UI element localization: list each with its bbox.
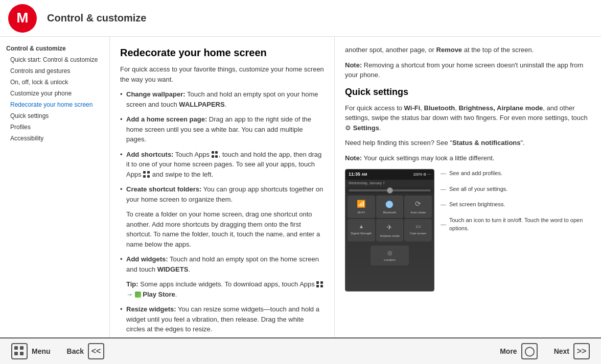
sidebar-item-profiles[interactable]: Profiles (4, 122, 105, 133)
qs-tile-location: ◎ Location (371, 246, 408, 266)
more-label: More (500, 347, 517, 355)
wallpaper-bold: Change wallpaper: (126, 90, 186, 98)
rotate-icon: ⟳ (415, 199, 421, 209)
bullet-list: Change wallpaper: Touch and hold an empt… (120, 89, 324, 204)
footer: Menu Back << More ◯ Next >> (0, 337, 601, 364)
apps-icon-inline1 (212, 151, 219, 158)
qs-tile-signal: ▲ Signal Strength (348, 219, 375, 241)
list-item-shortcuts: Add shortcuts: Touch Apps , touch and ho… (120, 150, 324, 180)
qs-label-brightness: Set screen brightness. (441, 200, 591, 209)
qs-diagram: 11:35 AM 100% ⚙ ⋯ Wednesday, January 7 📶 (345, 169, 591, 292)
apps-grid-icon (14, 346, 25, 356)
apps-dot-4 (20, 352, 24, 355)
signal-label: Signal Strength (351, 231, 372, 236)
resize-bold: Resize widgets: (126, 305, 176, 313)
bullet-list-3: Resize widgets: You can resize some widg… (120, 304, 324, 337)
sidebar-item-redecorate[interactable]: Redecorate your home screen (4, 99, 105, 110)
section-title: Redecorate your home screen (120, 45, 324, 60)
list-item-add-page: Add a home screen page: Drag an app to t… (120, 114, 324, 144)
menu-icon (11, 343, 28, 359)
next-button[interactable]: Next >> (549, 343, 595, 360)
footer-right: More ◯ Next >> (495, 343, 595, 360)
widgets-tip: Tip: Some apps include widgets. To downl… (120, 279, 324, 299)
qs-battery: 100% ⚙ ⋯ (413, 172, 431, 178)
qs-brightness (345, 187, 434, 193)
qs-status-bar: 11:35 AM 100% ⚙ ⋯ (345, 169, 434, 180)
motorola-logo: M (8, 4, 37, 33)
back-label: Back (67, 347, 84, 355)
signal-icon: ▲ (358, 222, 364, 231)
sidebar-item-accessibility[interactable]: Accessibility (4, 133, 105, 144)
qs-label-settings: See all of your settings. (441, 185, 591, 193)
sidebar: Control & customize Quick start: Control… (0, 37, 110, 337)
bt-label: Bluetooth (383, 210, 396, 215)
apps-dot-3 (14, 352, 18, 355)
airplane-label: Airplane mode (380, 234, 400, 238)
bt-icon: ⬤ (385, 199, 394, 209)
qs-grid: 📶 Wi-Fi ⬤ Bluetooth ⟳ Auto-rotate ▲ (345, 193, 434, 244)
left-panel: Redecorate your home screen For quick ac… (110, 37, 335, 337)
svg-text:M: M (16, 10, 28, 26)
widgets-bold: Add widgets: (126, 255, 168, 263)
list-item-widgets: Add widgets: Touch and hold an empty spo… (120, 254, 324, 274)
airplane-icon: ✈ (386, 222, 392, 233)
intro-text: For quick access to your favorite things… (120, 64, 324, 84)
qs-help: Need help finding this screen? See "Stat… (345, 138, 591, 148)
apps-icon-inline2 (143, 171, 150, 178)
back-button[interactable]: Back << (62, 343, 109, 360)
menu-button[interactable]: Menu (6, 343, 56, 360)
sidebar-item-controls-gestures[interactable]: Controls and gestures (4, 65, 105, 77)
qs-location-row: ◎ Location (345, 244, 434, 267)
sidebar-item-quick-settings[interactable]: Quick settings (4, 110, 105, 122)
brightness-thumb (387, 187, 393, 193)
qs-title: Quick settings (345, 85, 591, 99)
sidebar-item-control-customize[interactable]: Control & customize (4, 43, 105, 54)
qs-screenshot: 11:35 AM 100% ⚙ ⋯ Wednesday, January 7 📶 (345, 169, 434, 292)
list-item-resize: Resize widgets: You can resize some widg… (120, 304, 324, 334)
qs-labels: See and add profiles. See all of your se… (434, 169, 591, 240)
more-icon: ◯ (521, 343, 538, 359)
rotate-label: Auto-rotate (410, 210, 426, 215)
sidebar-item-on-off-lock[interactable]: On, off, lock & unlock (4, 77, 105, 88)
back-icon: << (88, 343, 104, 359)
more-button[interactable]: More ◯ (495, 343, 542, 360)
location-icon: ◎ (387, 249, 392, 257)
content-area: Redecorate your home screen For quick ac… (110, 37, 601, 337)
qs-tile-bt: ⬤ Bluetooth (376, 196, 404, 218)
apps-icon-tip (316, 281, 323, 288)
list-item-wallpaper: Change wallpaper: Touch and hold an empt… (120, 89, 324, 109)
qs-time: 11:35 AM (349, 171, 367, 178)
brightness-track (349, 189, 431, 191)
qs-label-touch-icon: Touch an icon to turn it on/off. Touch t… (441, 216, 591, 233)
wifi-label: Wi-Fi (358, 210, 365, 215)
footer-left: Menu Back << (6, 343, 109, 360)
location-label: Location (384, 258, 396, 262)
header: M Control & customize (0, 0, 601, 37)
qs-note: Note: Your quick settings may look a lit… (345, 153, 591, 163)
qs-tile-wifi: 📶 Wi-Fi (348, 196, 375, 218)
play-store-icon (135, 292, 141, 298)
sidebar-item-customize-phone[interactable]: Customize your phone (4, 88, 105, 99)
shortcuts-bold: Add shortcuts: (126, 151, 173, 158)
menu-label: Menu (32, 347, 51, 355)
add-page-bold: Add a home screen page: (126, 115, 207, 123)
note1: Note: Removing a shortcut from your home… (345, 60, 591, 80)
cast-label: Cast screen (410, 231, 426, 236)
wifi-icon: 📶 (357, 199, 365, 209)
main-layout: Control & customize Quick start: Control… (0, 37, 601, 337)
cast-icon: ▭ (415, 222, 421, 231)
apps-dot-2 (20, 346, 24, 350)
bullet-list-2: Add widgets: Touch and hold an empty spo… (120, 254, 324, 274)
folders-sub-para: To create a folder on your home screen, … (120, 209, 324, 249)
header-title: Control & customize (47, 12, 146, 24)
qs-tile-cast: ▭ Cast screen (404, 219, 432, 241)
qs-label-profiles: See and add profiles. (441, 169, 591, 178)
qs-intro: For quick access to Wi-Fi, Bluetooth, Br… (345, 103, 591, 133)
sidebar-item-quick-start[interactable]: Quick start: Control & customize (4, 54, 105, 65)
apps-dot-1 (14, 346, 18, 350)
logo-svg: M (12, 8, 33, 29)
folders-bold: Create shortcut folders: (126, 185, 201, 193)
continuation-text: another spot, another page, or Remove at… (345, 45, 591, 55)
next-label: Next (554, 347, 569, 355)
list-item-folders: Create shortcut folders: You can group a… (120, 184, 324, 204)
